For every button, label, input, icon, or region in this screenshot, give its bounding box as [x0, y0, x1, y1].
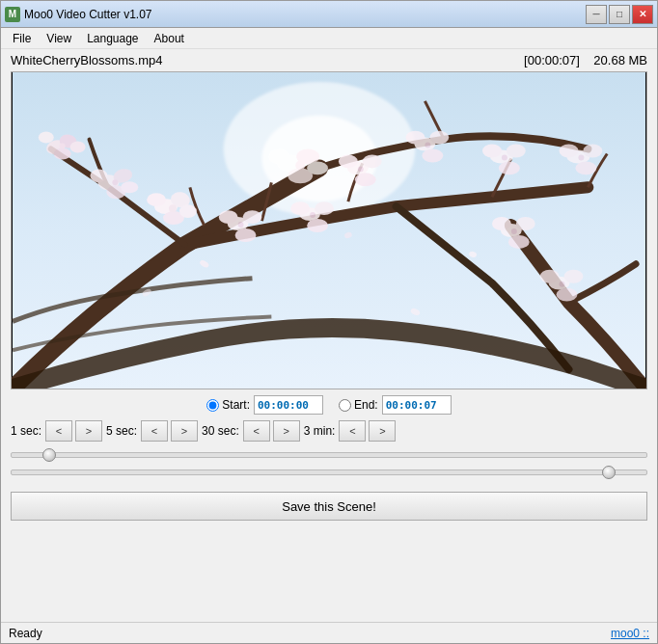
svg-point-43: [583, 145, 602, 158]
seek-1sec-back-button[interactable]: <: [45, 420, 72, 442]
svg-point-45: [575, 161, 596, 174]
status-bar: Ready moo0 ::: [1, 622, 657, 643]
svg-point-35: [422, 149, 443, 163]
window-controls: ─ □ ✕: [586, 5, 653, 24]
svg-point-64: [540, 270, 560, 283]
svg-point-60: [508, 235, 530, 249]
start-radio[interactable]: [206, 399, 219, 412]
seek-5sec-back-button[interactable]: <: [141, 420, 168, 442]
svg-point-51: [238, 222, 244, 228]
seek-3min-back-button[interactable]: <: [339, 420, 366, 442]
svg-point-44: [560, 145, 579, 158]
window-title: Moo0 Video Cutter v1.07: [24, 8, 586, 21]
svg-point-8: [60, 144, 66, 149]
start-time-group: Start:: [206, 395, 323, 415]
seek-30sec-back-button[interactable]: <: [243, 420, 270, 442]
svg-point-5: [39, 132, 54, 144]
svg-point-49: [219, 210, 238, 224]
minimize-button[interactable]: ─: [586, 5, 607, 24]
svg-point-56: [310, 212, 315, 218]
seek-5sec-label: 5 sec:: [106, 424, 137, 438]
svg-point-20: [169, 204, 177, 212]
timecode: [00:00:07]: [524, 53, 580, 67]
menu-language[interactable]: Language: [79, 30, 146, 47]
svg-point-6: [54, 148, 71, 160]
seek-5sec-fwd-button[interactable]: >: [171, 420, 198, 442]
svg-point-30: [355, 173, 376, 186]
start-label: Start:: [222, 398, 250, 412]
svg-point-7: [70, 142, 86, 153]
seek-buttons-row: 1 sec: < > 5 sec: < > 30 sec: < > 3 min:…: [11, 420, 647, 442]
end-radio-label[interactable]: End:: [339, 398, 378, 412]
seek-3min-label: 3 min:: [304, 424, 336, 438]
seek-30sec-group: < >: [243, 420, 300, 442]
svg-point-58: [516, 217, 535, 230]
start-time-input[interactable]: [254, 395, 323, 415]
svg-point-33: [429, 131, 449, 145]
svg-point-38: [507, 145, 526, 158]
end-slider-row: [11, 465, 647, 478]
close-button[interactable]: ✕: [632, 5, 653, 24]
svg-point-19: [179, 204, 197, 218]
svg-point-25: [307, 161, 328, 174]
seek-3min-group: < >: [339, 420, 396, 442]
svg-point-53: [315, 201, 334, 215]
svg-point-46: [578, 154, 584, 160]
menu-bar: File View Language About: [1, 28, 657, 49]
menu-about[interactable]: About: [147, 30, 192, 47]
filesize: 20.68 MB: [593, 53, 647, 67]
svg-point-59: [492, 217, 511, 230]
end-radio[interactable]: [339, 399, 351, 412]
seek-1sec-fwd-button[interactable]: >: [75, 420, 102, 442]
seek-30sec-fwd-button[interactable]: >: [273, 420, 300, 442]
menu-file[interactable]: File: [5, 30, 39, 47]
svg-point-17: [147, 193, 166, 206]
video-preview: [11, 71, 647, 389]
seek-5sec-group: < >: [141, 420, 198, 442]
svg-point-63: [564, 270, 584, 283]
svg-point-50: [235, 228, 257, 242]
svg-point-39: [482, 145, 502, 158]
seek-3min-fwd-button[interactable]: >: [369, 420, 396, 442]
end-label: End:: [354, 398, 378, 412]
svg-point-14: [112, 179, 118, 185]
end-time-input[interactable]: [382, 395, 452, 415]
time-controls-row: Start: End:: [11, 395, 647, 415]
svg-point-65: [557, 288, 578, 302]
svg-point-11: [91, 169, 108, 182]
svg-point-31: [358, 166, 364, 172]
end-time-group: End:: [339, 395, 452, 415]
status-link[interactable]: moo0 ::: [611, 627, 649, 640]
seek-1sec-group: < >: [45, 420, 102, 442]
controls-area: Start: End: 1 sec: < > 5 sec: <: [1, 389, 657, 486]
svg-point-66: [560, 282, 565, 287]
svg-point-55: [307, 219, 328, 232]
seek-30sec-label: 30 sec:: [202, 424, 239, 438]
seek-1sec-label: 1 sec:: [11, 424, 41, 438]
svg-point-40: [499, 161, 520, 174]
svg-point-41: [502, 154, 507, 160]
info-bar: WhiteCherryBlossoms.mp4 [00:00:07] 20.68…: [1, 49, 657, 71]
app-icon: M: [5, 7, 20, 22]
maximize-button[interactable]: □: [609, 5, 630, 24]
svg-point-61: [511, 228, 517, 234]
main-window: M Moo0 Video Cutter v1.07 ─ □ ✕ File Vie…: [0, 0, 658, 644]
svg-point-36: [425, 143, 430, 148]
status-text: Ready: [9, 627, 42, 640]
title-bar: M Moo0 Video Cutter v1.07 ─ □ ✕: [1, 1, 657, 28]
svg-point-48: [243, 210, 262, 224]
start-position-slider[interactable]: [11, 452, 647, 458]
svg-point-28: [363, 154, 382, 168]
end-position-slider[interactable]: [11, 470, 647, 475]
menu-view[interactable]: View: [39, 30, 79, 47]
file-info: [00:00:07] 20.68 MB: [524, 53, 647, 67]
svg-point-23: [268, 149, 289, 165]
start-slider-row: [11, 447, 647, 461]
svg-point-34: [406, 131, 425, 145]
save-button-row: Save this Scene!: [1, 486, 657, 526]
svg-point-26: [295, 160, 305, 170]
svg-point-29: [339, 154, 358, 168]
svg-point-54: [290, 201, 310, 215]
start-radio-label[interactable]: Start:: [206, 398, 250, 412]
save-button[interactable]: Save this Scene!: [11, 492, 647, 521]
